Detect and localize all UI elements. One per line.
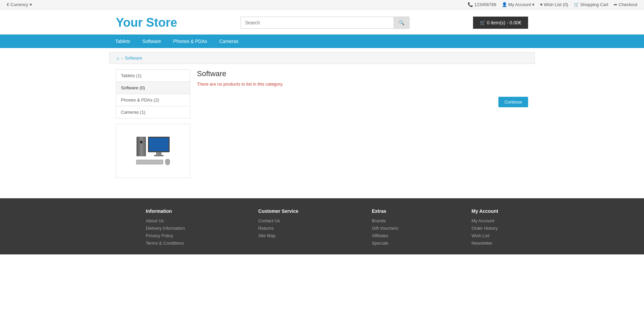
- currency-button[interactable]: € Currency: [7, 2, 28, 7]
- phone-link[interactable]: 📞 123456789: [468, 2, 496, 7]
- cart-button[interactable]: 🛒 0 item(s) - 0.00€: [473, 17, 528, 29]
- cart-nav-label: Shopping Cart: [580, 2, 608, 7]
- checkout-icon: ➦: [614, 2, 617, 7]
- sidebar-link-software[interactable]: Software (0): [116, 82, 190, 94]
- footer-link[interactable]: Privacy Policy: [146, 233, 173, 238]
- footer-link[interactable]: About Us: [146, 218, 164, 223]
- breadcrumb: ⌂ › Software: [109, 52, 535, 64]
- footer-inner: Information About Us Delivery Informatio…: [109, 208, 535, 248]
- footer-link[interactable]: My Account: [472, 218, 494, 223]
- nav-item-software[interactable]: Software: [136, 35, 167, 48]
- footer-link[interactable]: Terms & Conditions: [146, 241, 184, 246]
- computer-illustration: [136, 137, 170, 165]
- computer-top: [137, 137, 170, 156]
- sidebar-item-software: Software (0): [116, 82, 190, 94]
- footer-list-customer-service: Contact Us Returns Site Map: [258, 218, 298, 238]
- account-label: My Account: [508, 2, 531, 7]
- nav-inner: Tablets Software Phones & PDAs Cameras: [109, 35, 535, 48]
- footer: Information About Us Delivery Informatio…: [0, 198, 644, 254]
- checkout-label: Checkout: [619, 2, 637, 7]
- nav-item-phones[interactable]: Phones & PDAs: [167, 35, 213, 48]
- footer-list-information: About Us Delivery Information Privacy Po…: [146, 218, 185, 246]
- currency-dropdown-icon: ▾: [30, 2, 32, 7]
- search-input[interactable]: [241, 17, 394, 29]
- computer-monitor: [148, 137, 170, 156]
- footer-link[interactable]: Affiliates: [372, 233, 388, 238]
- list-item: About Us: [146, 218, 185, 223]
- footer-col-my-account: My Account My Account Order History Wish…: [472, 208, 498, 248]
- breadcrumb-separator: ›: [121, 55, 123, 61]
- list-item: Returns: [258, 225, 298, 231]
- cart-link[interactable]: 🛒 Shopping Cart: [574, 2, 609, 7]
- footer-link[interactable]: Delivery Information: [146, 226, 185, 231]
- footer-link[interactable]: Wish List: [472, 233, 490, 238]
- account-link[interactable]: 👤 My Account ▾: [502, 2, 535, 7]
- footer-link[interactable]: Site Map: [258, 233, 275, 238]
- cart-icon: 🛒: [574, 2, 579, 7]
- phone-number: 123456789: [474, 2, 496, 7]
- footer-col-information: Information About Us Delivery Informatio…: [146, 208, 185, 248]
- store-logo[interactable]: Your Store: [116, 16, 177, 30]
- account-icon: 👤: [502, 2, 507, 7]
- top-bar: € Currency ▾ 📞 123456789 👤 My Account ▾ …: [0, 0, 644, 9]
- continue-button[interactable]: Continue: [498, 97, 528, 107]
- list-item: Affiliates: [372, 233, 398, 238]
- nav-item-tablets[interactable]: Tablets: [109, 35, 136, 48]
- sidebar-item-phones: Phones & PDAs (2): [116, 94, 190, 106]
- list-item: Brands: [372, 218, 398, 223]
- category-title: Software: [197, 69, 528, 78]
- top-bar-right: 📞 123456789 👤 My Account ▾ ♥ Wish List (…: [468, 2, 637, 7]
- sidebar-link-phones[interactable]: Phones & PDAs (2): [116, 94, 190, 106]
- mouse: [165, 159, 170, 165]
- search-area: 🔍: [241, 17, 410, 29]
- breadcrumb-current: Software: [125, 55, 142, 61]
- wishlist-label: Wish List (0): [544, 2, 568, 7]
- sidebar-image-box: [116, 124, 190, 178]
- sidebar-link-tablets[interactable]: Tablets (1): [116, 70, 190, 82]
- monitor-base: [154, 155, 164, 156]
- footer-heading-customer-service: Customer Service: [258, 208, 298, 214]
- checkout-link[interactable]: ➦ Checkout: [614, 2, 637, 7]
- footer-link[interactable]: Returns: [258, 226, 274, 231]
- list-item: Newsletter: [472, 240, 498, 246]
- footer-link[interactable]: Contact Us: [258, 218, 280, 223]
- currency-area: € Currency ▾: [7, 2, 32, 7]
- footer-col-customer-service: Customer Service Contact Us Returns Site…: [258, 208, 298, 248]
- breadcrumb-home-link[interactable]: ⌂: [116, 55, 119, 61]
- main-nav: Tablets Software Phones & PDAs Cameras: [0, 35, 644, 48]
- list-item: Privacy Policy: [146, 233, 185, 238]
- list-item: Order History: [472, 225, 498, 231]
- wishlist-icon: ♥: [540, 2, 543, 7]
- footer-list-extras: Brands Gift Vouchers Affiliates Specials: [372, 218, 398, 246]
- account-dropdown-icon: ▾: [532, 2, 535, 7]
- phone-icon: 📞: [468, 2, 473, 7]
- continue-area: Continue: [197, 93, 528, 107]
- sidebar: Tablets (1) Software (0) Phones & PDAs (…: [116, 69, 190, 178]
- wishlist-link[interactable]: ♥ Wish List (0): [540, 2, 568, 7]
- header: Your Store 🔍 🛒 0 item(s) - 0.00€: [109, 9, 535, 35]
- footer-link[interactable]: Specials: [372, 241, 388, 246]
- nav-item-cameras[interactable]: Cameras: [213, 35, 245, 48]
- footer-link[interactable]: Brands: [372, 218, 386, 223]
- footer-link[interactable]: Gift Vouchers: [372, 226, 398, 231]
- keyboard-row: [136, 159, 170, 165]
- footer-heading-information: Information: [146, 208, 185, 214]
- footer-heading-extras: Extras: [372, 208, 398, 214]
- footer-link[interactable]: Newsletter: [472, 241, 492, 246]
- list-item: Contact Us: [258, 218, 298, 223]
- list-item: Site Map: [258, 233, 298, 238]
- sidebar-link-cameras[interactable]: Cameras (1): [116, 106, 190, 118]
- footer-link[interactable]: Order History: [472, 226, 498, 231]
- search-button[interactable]: 🔍: [394, 17, 410, 29]
- monitor-screen: [148, 137, 170, 152]
- computer-tower: [137, 137, 146, 156]
- list-item: Delivery Information: [146, 225, 185, 231]
- sidebar-item-cameras: Cameras (1): [116, 106, 190, 118]
- monitor-stand: [156, 152, 162, 155]
- footer-list-my-account: My Account Order History Wish List Newsl…: [472, 218, 498, 246]
- sidebar-item-tablets: Tablets (1): [116, 70, 190, 82]
- content-area: Tablets (1) Software (0) Phones & PDAs (…: [109, 69, 535, 178]
- main-content: Software There are no products to list i…: [197, 69, 528, 178]
- sidebar-menu: Tablets (1) Software (0) Phones & PDAs (…: [116, 69, 190, 118]
- list-item: My Account: [472, 218, 498, 223]
